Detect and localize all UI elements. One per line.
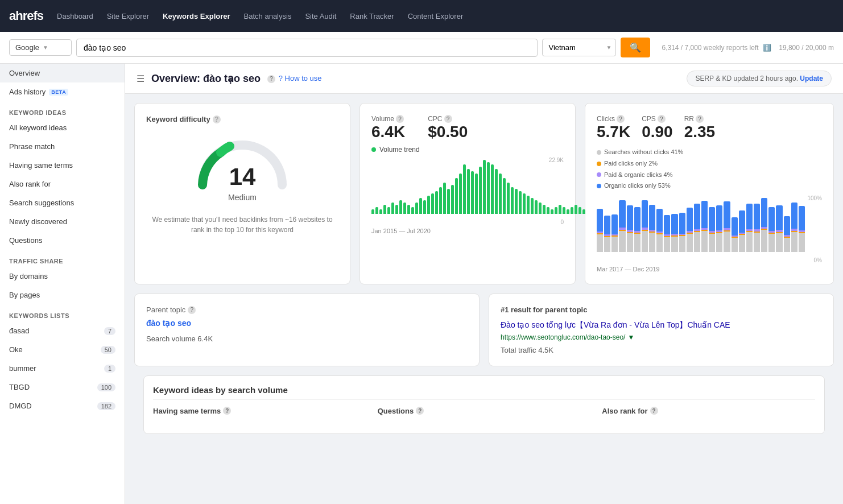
cpc-label: CPC ? (428, 115, 468, 123)
clicks-label: Clicks ? (597, 115, 630, 123)
sidebar-item-also-rank-for[interactable]: Also rank for (0, 175, 125, 193)
cpc-stat: CPC ? $0.50 (428, 115, 468, 141)
main-content: ☰ Overview: đào tạo seo ? ? How to use S… (125, 64, 843, 504)
clicks-card: Clicks ? 5.7K CPS ? 0.90 (585, 103, 834, 284)
volume-bar (578, 207, 581, 214)
clicks-legend: Searches without clicks 41% Paid clicks … (597, 147, 822, 192)
sidebar-item-all-keyword-ideas[interactable]: All keyword ideas (0, 118, 125, 137)
sidebar-phrase-match-label: Phrase match (9, 142, 55, 151)
sidebar-item-phrase-match[interactable]: Phrase match (0, 137, 125, 156)
sidebar-ads-history-label: Ads history (9, 88, 46, 96)
stacked-bar (656, 209, 663, 252)
volume-max-label: 22.9K (549, 157, 564, 163)
help-icon[interactable]: ℹ️ (763, 44, 771, 52)
volume-bar (523, 193, 526, 214)
sidebar-item-overview[interactable]: Overview (0, 64, 125, 82)
sidebar-list-oke[interactable]: Oke 50 (0, 340, 125, 359)
volume-bar (419, 198, 422, 214)
update-link[interactable]: Update (800, 75, 823, 82)
nav-site-explorer[interactable]: Site Explorer (107, 12, 149, 20)
questions-info-icon[interactable]: ? (416, 407, 424, 415)
stacked-bar (604, 216, 610, 253)
parent-topic-keyword[interactable]: đào tạo seo (146, 319, 468, 328)
clicks-date-range: Mar 2017 — Dec 2019 (597, 266, 822, 272)
sidebar-item-ads-history[interactable]: Ads history BETA (0, 82, 125, 101)
sidebar-list-bummer[interactable]: bummer 1 (0, 359, 125, 378)
sidebar-list-dasad-label: đasad (9, 327, 29, 335)
sidebar-having-same-terms-label: Having same terms (9, 161, 73, 170)
sidebar-item-search-suggestions[interactable]: Search suggestions (0, 193, 125, 212)
volume-label: Volume ? (371, 115, 405, 123)
cps-info-icon[interactable]: ? (658, 115, 666, 123)
nav-batch-analysis[interactable]: Batch analysis (244, 12, 292, 20)
sidebar-item-newly-discovered[interactable]: Newly discovered (0, 212, 125, 231)
volume-bar (375, 207, 378, 214)
engine-chevron-icon: ▼ (43, 44, 48, 51)
stacked-bar (716, 205, 722, 252)
how-to-use-link[interactable]: ? How to use (279, 74, 322, 82)
result-url-chevron-icon[interactable]: ▼ (627, 333, 634, 341)
help-info-icon[interactable]: ? ? How to use (267, 74, 322, 83)
volume-info-icon[interactable]: ? (396, 115, 404, 123)
nav-content-explorer[interactable]: Content Explorer (408, 12, 464, 20)
sidebar-list-dmgd[interactable]: DMGD 182 (0, 396, 125, 415)
kd-card-title: Keyword difficulty ? (146, 115, 338, 123)
volume-bar (395, 205, 398, 214)
volume-bar (511, 187, 514, 214)
volume-bar (491, 164, 494, 214)
engine-label: Google (15, 43, 39, 52)
ki-having-same-terms-title: Having same terms ? (153, 407, 366, 415)
engine-dropdown[interactable]: Google ▼ (9, 39, 72, 56)
ki-having-same-terms: Having same terms ? (153, 407, 366, 415)
also-rank-for-info-icon[interactable]: ? (650, 407, 658, 415)
keyword-difficulty-card: Keyword difficulty ? 14 Med (134, 103, 350, 284)
keyword-input[interactable] (76, 39, 538, 57)
legend-no-clicks: Searches without clicks 41% (597, 147, 822, 158)
cpc-info-icon[interactable]: ? (444, 115, 452, 123)
sidebar-by-pages-label: By pages (9, 291, 40, 299)
sidebar-list-dasad[interactable]: đasad 7 (0, 321, 125, 340)
result-card-title: #1 result for parent topic (501, 305, 822, 314)
sidebar-item-by-domains[interactable]: By domains (0, 267, 125, 286)
result-card: #1 result for parent topic Đào tạo seo t… (489, 294, 834, 366)
nav-site-audit[interactable]: Site Audit (305, 12, 336, 20)
stacked-bar (694, 204, 700, 252)
nav-dashboard[interactable]: Dashboard (57, 12, 93, 20)
logo[interactable]: ahrefs (9, 9, 43, 23)
nav-keywords-explorer[interactable]: Keywords Explorer (163, 12, 230, 20)
volume-bar (559, 205, 561, 214)
cards-row: Keyword difficulty ? 14 Med (125, 94, 843, 294)
parent-topic-info-icon[interactable]: ? (188, 306, 196, 314)
volume-value: 6.4K (371, 123, 405, 141)
cpc-value: $0.50 (428, 123, 468, 141)
result-link[interactable]: Đào tạo seo tổng lực【Vừa Ra đơn - Vừa Lê… (501, 320, 730, 329)
volume-bar (475, 173, 478, 214)
sidebar-list-dasad-count: 7 (104, 327, 115, 335)
volume-min-label: 0 (560, 219, 564, 225)
menu-icon[interactable]: ☰ (137, 73, 144, 84)
clicks-info-icon[interactable]: ? (617, 115, 625, 123)
help-circle-icon[interactable]: ? (267, 75, 275, 83)
stacked-bar (611, 214, 618, 253)
country-select[interactable]: Vietnam (542, 39, 616, 56)
volume-bar (487, 162, 490, 214)
page-header: ☰ Overview: đào tạo seo ? ? How to use S… (125, 64, 843, 94)
stacked-bar (739, 210, 745, 252)
sidebar-item-having-same-terms[interactable]: Having same terms (0, 156, 125, 175)
sidebar: Overview Ads history BETA Keyword ideas … (0, 64, 125, 504)
rr-info-icon[interactable]: ? (696, 115, 704, 123)
ki-questions-title: Questions ? (378, 407, 591, 415)
kd-gauge-area: 14 Medium (146, 134, 338, 202)
sidebar-list-tbgd[interactable]: TBGD 100 (0, 378, 125, 396)
logo-a: a (9, 9, 15, 23)
sidebar-item-questions[interactable]: Questions (0, 231, 125, 250)
having-same-terms-info-icon[interactable]: ? (223, 407, 231, 415)
sidebar-also-rank-for-label: Also rank for (9, 180, 51, 188)
result-traffic: Total traffic 4.5K (501, 346, 822, 354)
kd-info-icon[interactable]: ? (213, 115, 221, 123)
search-button[interactable]: 🔍 (621, 38, 650, 57)
nav-rank-tracker[interactable]: Rank Tracker (350, 12, 394, 20)
sidebar-item-by-pages[interactable]: By pages (0, 286, 125, 304)
clicks-value: 5.7K (597, 123, 630, 141)
kd-gauge: 14 (191, 134, 294, 191)
